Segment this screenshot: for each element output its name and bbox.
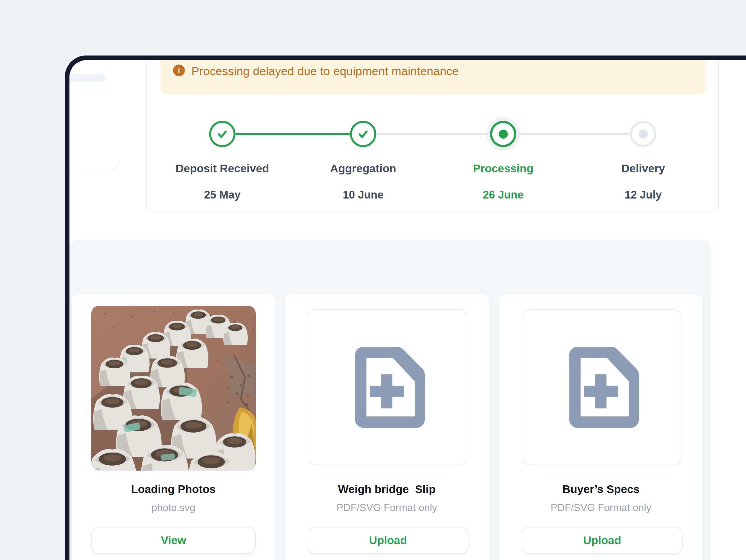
timeline-connector-completed — [235, 133, 350, 135]
alert-message: Processing delayed due to equipment main… — [192, 64, 459, 78]
upload-button[interactable]: Upload — [308, 527, 468, 554]
document-card-loading-photos: Loading Photos photo.svg View — [71, 294, 275, 560]
alert-banner: i Processing delayed due to equipment ma… — [160, 60, 706, 94]
step-label: Processing — [443, 162, 563, 175]
step-date: 25 May — [162, 188, 283, 201]
document-card-buyers-specs: Buyer’s Specs PDF/SVG Format only Upload — [498, 294, 704, 560]
loading-photos-thumbnail — [91, 306, 256, 471]
info-icon: i — [173, 64, 185, 76]
view-button[interactable]: View — [91, 527, 256, 554]
upload-dropzone[interactable] — [308, 309, 467, 465]
card-title: Loading Photos — [72, 482, 275, 496]
step-date: 26 June — [443, 188, 563, 201]
card-subtitle: photo.svg — [72, 502, 275, 513]
step-label: Aggregation — [303, 162, 423, 175]
timeline-connector — [518, 133, 630, 135]
card-subtitle: PDF/SVG Format only — [285, 502, 489, 513]
sidebar-skeleton-pill — [69, 75, 106, 82]
upload-dropzone[interactable] — [522, 309, 682, 465]
sidebar-panel — [69, 60, 119, 170]
current-step-dot — [499, 129, 508, 139]
step-label: Delivery — [583, 162, 704, 175]
file-plus-icon — [561, 344, 642, 431]
step-label: Deposit Received — [162, 162, 283, 175]
card-title: Weigh bridge Slip — [285, 482, 489, 496]
upcoming-step-dot — [639, 129, 648, 139]
upcoming-step-icon — [630, 121, 656, 147]
step-date: 10 June — [303, 188, 423, 201]
current-step-icon — [490, 121, 516, 147]
check-circle-icon — [209, 121, 235, 147]
file-plus-icon — [347, 344, 428, 431]
step-date: 12 July — [583, 188, 704, 201]
card-title: Buyer’s Specs — [499, 482, 703, 496]
card-subtitle: PDF/SVG Format only — [499, 502, 703, 513]
check-circle-icon — [350, 121, 376, 147]
document-card-weighbridge-slip: Weigh bridge Slip PDF/SVG Format only Up… — [284, 294, 489, 560]
timeline-connector — [376, 133, 488, 135]
page-background: { "alert": { "message": "Processing dela… — [0, 0, 746, 560]
bags-photo-illustration — [91, 306, 256, 471]
device-frame: i Processing delayed due to equipment ma… — [65, 56, 746, 560]
upload-button[interactable]: Upload — [522, 527, 683, 554]
app-screen: i Processing delayed due to equipment ma… — [69, 60, 746, 560]
